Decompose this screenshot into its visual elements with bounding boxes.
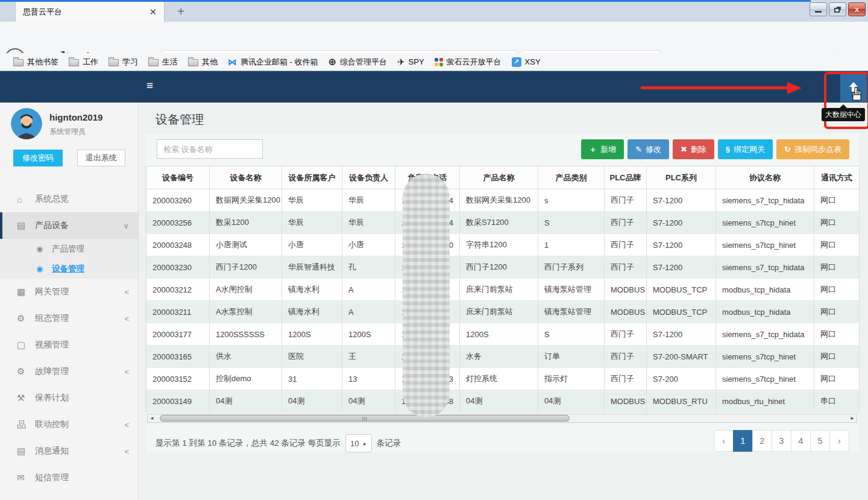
column-header: 产品类别 xyxy=(538,166,605,189)
table-cell: 200003260 xyxy=(146,189,210,212)
bookmark-item[interactable]: 工作 xyxy=(69,57,98,68)
sidebar-item-短信管理[interactable]: ✉短信管理 xyxy=(0,464,139,491)
table-row[interactable]: 200003248小唐测试小唐小唐130字符串12001西门子S7-1200si… xyxy=(146,234,860,256)
globe-icon: ⊕ xyxy=(329,57,336,67)
column-header: 通讯方式 xyxy=(814,166,860,189)
scroll-right-icon[interactable]: ► xyxy=(848,416,857,421)
table-row[interactable]: 200003256数采1200华辰华辰184数采S71200S西门子S7-120… xyxy=(146,212,860,234)
sidebar-item-消息通知[interactable]: ▤消息通知< xyxy=(0,438,139,464)
action-button-删除[interactable]: ✖删除 xyxy=(673,139,714,159)
table-cell: 200003165 xyxy=(146,346,210,368)
pagination-next[interactable]: › xyxy=(829,430,849,452)
pagination-page-4[interactable]: 4 xyxy=(791,430,811,452)
change-password-button[interactable]: 修改密码 xyxy=(13,150,63,166)
sidebar-item-label: 组态管理 xyxy=(35,313,124,324)
page-size-select[interactable]: 10▲ xyxy=(345,434,372,452)
column-header: 设备所属客户 xyxy=(282,166,342,189)
minimize-button[interactable] xyxy=(810,2,827,16)
pagination-page-1[interactable]: 1 xyxy=(733,430,753,452)
bookmark-label: 其他书签 xyxy=(27,57,58,68)
table-row[interactable]: 200003230西门子1200华辰智通科技孔15西门子1200西门子系列西门子… xyxy=(146,256,860,279)
table-cell: 镇海水利 xyxy=(282,301,342,323)
tab-close-icon[interactable]: ✕ xyxy=(148,7,158,17)
table-cell: 华辰 xyxy=(282,189,342,212)
pagination-page-5[interactable]: 5 xyxy=(810,430,830,452)
horizontal-scrollbar[interactable]: ◄ ► xyxy=(147,414,857,423)
avatar[interactable] xyxy=(11,108,42,139)
sidebar-item-网关管理[interactable]: ▦网关管理< xyxy=(0,279,139,305)
action-button-新增[interactable]: ＋新增 xyxy=(581,139,624,159)
bookmark-item[interactable]: 学习 xyxy=(108,57,138,68)
sidebar-subitem-产品管理[interactable]: ◉产品管理 xyxy=(0,239,139,259)
chevron-down-icon: ∨ xyxy=(123,221,129,230)
device-search-input[interactable] xyxy=(157,139,263,159)
table-cell: 04测 xyxy=(210,390,282,413)
bookmark-item[interactable]: 生活 xyxy=(148,57,178,68)
page-size-value: 10 xyxy=(350,439,359,448)
browser-tab[interactable]: 思普云平台 ✕ xyxy=(15,2,165,22)
table-cell: siemens_s7_tcp_hidata xyxy=(716,323,814,346)
sidebar-item-组态管理[interactable]: ⚙组态管理< xyxy=(0,305,139,332)
bookmark-item[interactable]: ✈SPY xyxy=(397,57,424,66)
column-header: 设备名称 xyxy=(210,166,282,189)
close-icon: x xyxy=(855,5,859,13)
table-cell: S7-1200 xyxy=(647,234,716,256)
table-row[interactable]: 200003260数据网关采集1200华辰华辰1804数据网关采集1200s西门… xyxy=(146,189,860,212)
bookmark-item[interactable]: 其他书签 xyxy=(13,57,58,68)
sidebar-item-label: 保养计划 xyxy=(35,393,129,403)
action-button-修改[interactable]: ✎修改 xyxy=(627,139,669,159)
bookmark-item[interactable]: ⋈腾讯企业邮箱 - 收件箱 xyxy=(228,57,318,68)
table-cell: 网口 xyxy=(814,256,860,279)
envelope-icon: ✉ xyxy=(17,472,35,483)
device-table: 设备编号设备名称设备所属客户设备负责人负责人电话产品名称产品类别PLC品牌PLC… xyxy=(146,166,860,413)
table-cell: 网口 xyxy=(814,368,860,390)
table-cell: 1200S xyxy=(342,323,395,346)
sitemap-icon: 品 xyxy=(17,419,35,431)
table-cell: 西门子1200 xyxy=(460,256,538,279)
table-cell: S7-200-SMART xyxy=(647,346,716,368)
table-row[interactable]: 20000314904测04测04测153804测04测MODBUSMODBUS… xyxy=(146,390,860,413)
bookmark-item[interactable]: 其他 xyxy=(188,57,218,68)
pagination-page-2[interactable]: 2 xyxy=(752,430,772,452)
close-button[interactable]: x xyxy=(848,2,866,16)
restore-button[interactable] xyxy=(829,2,846,16)
bookmark-item[interactable]: ↗XSY xyxy=(512,57,541,67)
table-cell: 200003256 xyxy=(146,212,210,234)
bookmark-item[interactable]: 萤石云开放平台 xyxy=(435,57,502,68)
table-row[interactable]: 200003165供水医院王18水务订单西门子S7-200-SMARTsieme… xyxy=(146,346,860,368)
scrollbar-thumb[interactable] xyxy=(160,415,570,422)
table-footer: 显示第 1 到第 10 条记录，总共 42 条记录 每页显示 10▲ 条记录 ‹… xyxy=(146,427,859,452)
sidebar-item-label: 网关管理 xyxy=(35,286,124,297)
table-cell: 王 xyxy=(342,346,395,368)
scroll-left-icon[interactable]: ◄ xyxy=(148,416,156,421)
table-row[interactable]: 200003212A水闸控制镇海水利A13庶来门前泵站镇海泵站管理MODBUSM… xyxy=(146,279,860,301)
bookmark-item[interactable]: ⊕综合管理平台 xyxy=(329,57,387,68)
table-cell: s xyxy=(538,189,605,212)
table-row[interactable]: 200003211A水泵控制镇海水利A13庶来门前泵站镇海泵站管理MODBUSM… xyxy=(146,301,860,323)
table-row[interactable]: 2000031771200SSSSSS1200S1200S151200SS西门子… xyxy=(146,323,860,346)
sidebar-item-产品设备[interactable]: ▤产品设备∨ xyxy=(0,212,139,239)
sidebar-item-视频管理[interactable]: ▢视频管理 xyxy=(0,332,139,358)
bookmark-label: 其他 xyxy=(202,57,218,68)
new-tab-button[interactable]: + xyxy=(174,5,188,19)
pagination-page-3[interactable]: 3 xyxy=(772,430,791,452)
logout-button[interactable]: 退出系统 xyxy=(77,150,125,166)
sidebar-item-label: 视频管理 xyxy=(35,340,129,350)
sidebar-subitem-设备管理[interactable]: ◉设备管理 xyxy=(0,259,139,279)
action-button-绑定网关[interactable]: §绑定网关 xyxy=(718,139,773,159)
sidebar-collapse-icon[interactable]: ≡ xyxy=(146,79,153,92)
pagination-prev[interactable]: ‹ xyxy=(714,430,734,452)
plus-icon: ＋ xyxy=(589,144,597,155)
action-button-强制同步点表[interactable]: ↻强制同步点表 xyxy=(776,139,849,159)
sidebar-item-保养计划[interactable]: ⚒保养计划 xyxy=(0,385,139,411)
window-controls: x xyxy=(810,2,866,16)
sidebar-item-故障管理[interactable]: ⚙故障管理< xyxy=(0,358,139,385)
sidebar-item-系统总览[interactable]: ⌂系统总览 xyxy=(0,186,139,212)
sidebar-item-联动控制[interactable]: 品联动控制< xyxy=(0,411,139,438)
table-cell: 200003152 xyxy=(146,368,210,390)
wrench-icon: ⚒ xyxy=(17,393,35,403)
table-cell: A xyxy=(342,279,395,301)
table-cell: 网口 xyxy=(814,346,860,368)
table-row[interactable]: 200003152控制demo3113153灯控系统指示灯西门子S7-200si… xyxy=(146,368,860,390)
table-cell: 200003212 xyxy=(146,279,210,301)
